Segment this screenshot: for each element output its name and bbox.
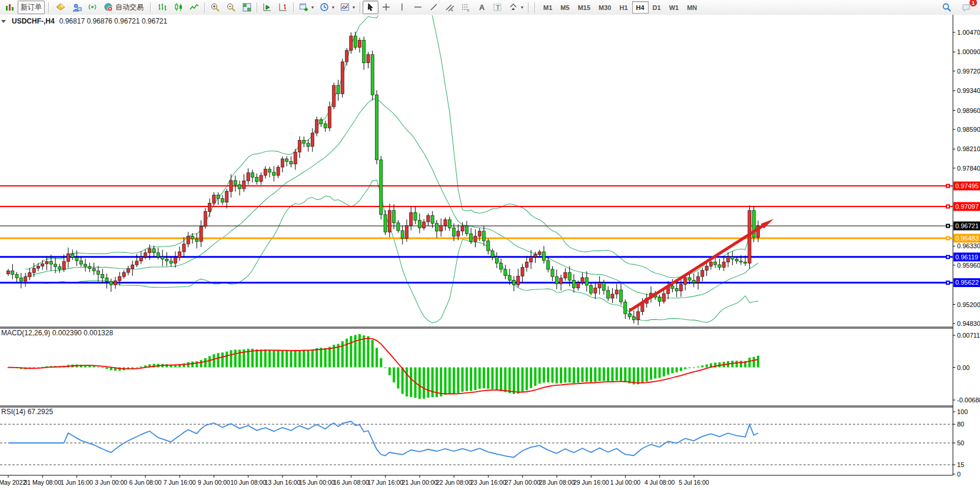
trendline-tool-button[interactable] xyxy=(426,1,442,14)
chart-area[interactable]: USDCHF-,H4 0.96817 0.96876 0.96721 0.967… xyxy=(0,15,980,490)
rsi-tick-label: 100 xyxy=(957,408,968,415)
new-chart-button[interactable]: ▾ xyxy=(296,1,317,14)
periods-button[interactable]: ▾ xyxy=(317,1,337,14)
shapes-tool-icon xyxy=(509,2,519,12)
quick-group: 自动交易 xyxy=(51,0,148,15)
vline-tool-button[interactable] xyxy=(394,1,410,14)
channel-tool-button[interactable]: E xyxy=(442,1,458,14)
new-order-button[interactable]: 新订单 xyxy=(18,1,45,14)
chart-mini-icon xyxy=(5,2,15,12)
chart-menu-icon[interactable] xyxy=(1,20,6,23)
timeframe-d1-button[interactable]: D1 xyxy=(649,1,665,14)
rsi-tick-label: 50 xyxy=(957,439,964,446)
shapes-tool-button[interactable]: ▾ xyxy=(506,1,526,14)
time-tick-label: 15 Jun 00:00 xyxy=(299,479,335,486)
candlestick-mode-button[interactable] xyxy=(171,1,187,14)
timeframe-m30-button[interactable]: M30 xyxy=(594,1,615,14)
line-chart-mode-button[interactable] xyxy=(187,1,202,14)
search-button[interactable] xyxy=(939,1,955,14)
auto-trading-button[interactable]: 自动交易 xyxy=(101,1,147,14)
line-anchor-dot xyxy=(947,256,949,258)
bar-chart-mode-icon xyxy=(158,2,168,12)
tile-windows-button[interactable] xyxy=(239,1,255,14)
toolbar-separator xyxy=(204,2,205,13)
price-tick-label: 0.96330 xyxy=(957,242,980,249)
zoom-out-button[interactable] xyxy=(223,1,239,14)
cursor-tool-button[interactable] xyxy=(363,1,378,14)
fibonacci-tool-button[interactable]: F xyxy=(458,1,474,14)
bollinger-bands xyxy=(25,15,758,323)
label-tool-button[interactable]: T xyxy=(490,1,506,14)
indicators-list-button[interactable]: ▾ xyxy=(337,1,358,14)
timeframe-mn-button[interactable]: MN xyxy=(683,1,701,14)
timeframe-m1-button[interactable]: M1 xyxy=(539,1,556,14)
time-tick-label: 29 Jun 16:00 xyxy=(573,479,609,486)
timeframe-m5-button[interactable]: M5 xyxy=(556,1,573,14)
rsi-indicator-label: RSI(14) 67.2925 xyxy=(1,408,53,416)
macd-tick-label: 0.00711 xyxy=(957,332,980,339)
main-toolbar: 新订单 自动交易 ▾▾▾EFAT▾ M1M5M15M30H1H4D1W1MN 1 xyxy=(0,0,980,15)
indicators-list-icon xyxy=(340,2,350,12)
time-tick-label: 3 Jun 00:00 xyxy=(95,479,127,486)
chevron-down-icon: ▾ xyxy=(521,5,523,10)
macd-indicator-label: MACD(12,26,9) 0.002390 0.001328 xyxy=(1,329,113,337)
time-tick-label: 1 Jun 16:00 xyxy=(61,479,93,486)
price-badge-label: 0.96119 xyxy=(955,254,978,261)
price-tick-label: 1.00470 xyxy=(957,29,980,36)
gold-promo-button[interactable] xyxy=(53,1,69,14)
macd-tick-label: 0.00 xyxy=(957,364,969,371)
chart-canvas[interactable]: 1.004701.000900.997200.993400.989600.985… xyxy=(0,15,980,490)
timeframe-m15-button[interactable]: M15 xyxy=(574,1,594,14)
line-anchor-dot xyxy=(947,282,949,284)
svg-text:E: E xyxy=(451,8,453,12)
timeframe-w1-button[interactable]: W1 xyxy=(665,1,683,14)
chart-title: USDCHF-,H4 0.96817 0.96876 0.96721 0.967… xyxy=(1,17,167,25)
signals-button[interactable] xyxy=(85,1,101,14)
chart-shift-button[interactable] xyxy=(275,1,291,14)
time-tick-label: 21 Jun 00:00 xyxy=(402,479,438,486)
text-tool-button[interactable]: A xyxy=(474,1,490,14)
chevron-down-icon: ▾ xyxy=(311,5,314,10)
toolbar-separator xyxy=(293,2,294,13)
crosshair-tool-icon xyxy=(381,2,391,12)
zoom-out-icon xyxy=(226,2,236,12)
price-tick-label: 0.98210 xyxy=(957,145,980,152)
price-tick-label: 0.98960 xyxy=(957,107,980,114)
zoom-in-button[interactable] xyxy=(207,1,223,14)
community-button[interactable] xyxy=(69,1,85,14)
line-anchor-dot xyxy=(947,206,949,208)
chart-window-icon-button[interactable] xyxy=(2,1,18,14)
crosshair-tool-button[interactable] xyxy=(378,1,394,14)
gold-icon xyxy=(56,2,66,12)
time-tick-label: 10 Jun 08:00 xyxy=(230,479,266,486)
label-tool-icon: T xyxy=(493,2,503,12)
rsi-tick-label: 0 xyxy=(957,471,961,478)
time-tick-label: 17 Jun 16:00 xyxy=(367,479,403,486)
price-tick-label: 1.00090 xyxy=(957,48,980,55)
zoom-in-icon xyxy=(210,2,220,12)
hline-tool-button[interactable] xyxy=(410,1,426,14)
line-anchor-dot xyxy=(947,225,949,227)
trendline-tool-icon xyxy=(429,2,439,12)
fibonacci-tool-icon: F xyxy=(461,2,471,12)
line-anchor-dot xyxy=(947,185,949,187)
tile-windows-icon xyxy=(242,2,252,12)
svg-text:A: A xyxy=(479,3,485,12)
auto-scroll-button[interactable] xyxy=(260,1,275,14)
price-badge-label: 0.95622 xyxy=(955,279,979,286)
notification-badge: 1 xyxy=(969,0,977,6)
toolbar-separator xyxy=(360,2,361,13)
bar-chart-mode-button[interactable] xyxy=(155,1,171,14)
chevron-down-icon: ▾ xyxy=(353,5,355,10)
vline-tool-icon xyxy=(397,2,407,12)
toolbar-separator xyxy=(534,2,536,13)
notifications-button[interactable]: 1 xyxy=(958,1,974,14)
timeframe-group: M1M5M15M30H1H4D1W1MN xyxy=(537,0,703,15)
time-tick-label: 23 Jun 16:00 xyxy=(470,479,506,486)
price-tick-label: 0.99340 xyxy=(957,87,980,94)
time-tick-label: 5 Jul 16:00 xyxy=(679,479,709,486)
rsi-tick-label: 80 xyxy=(957,421,964,428)
timeframe-h1-button[interactable]: H1 xyxy=(615,1,632,14)
timeframe-h4-button[interactable]: H4 xyxy=(632,1,649,14)
channel-tool-icon: E xyxy=(445,2,455,12)
